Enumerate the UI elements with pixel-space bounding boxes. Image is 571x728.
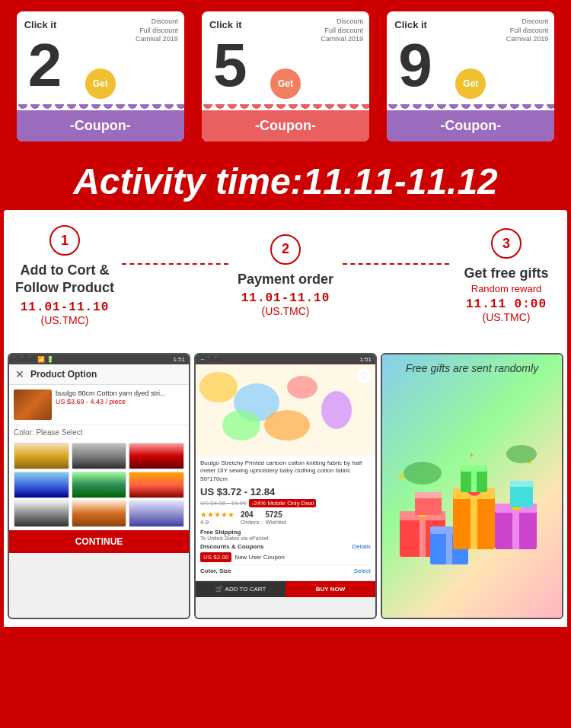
step-region-2: (US.TMC)	[262, 305, 310, 317]
step-circle-3: 3	[491, 228, 522, 259]
svg-point-4	[222, 410, 260, 440]
activity-time-text: Activity time:11.11-11.12	[8, 161, 563, 202]
phone2-buy-now-button[interactable]: BUY NOW	[286, 581, 375, 597]
step-region-1: (US.TMC)	[41, 314, 89, 326]
phone1-continue-button[interactable]: CONTINUE	[9, 530, 189, 553]
phone1-status-bar: ⬛⬛⬛ 📶 🔋 1:51	[9, 354, 189, 364]
phone-frame-2: ← ⬛⬛ 1:51 ♡ Buulgo Stretchy Printed cart…	[194, 353, 377, 619]
coupon-discount-info-1: Discount Full discount Carnival 2019	[136, 17, 178, 44]
step-connector-2-3	[343, 263, 449, 265]
steps-row: 1 Add to Cort & Follow Product 11.01-11.…	[11, 225, 560, 326]
phone3-title: Free gifts are sent randomly	[406, 362, 538, 374]
svg-rect-13	[446, 526, 452, 564]
coupon-bottom-1: -Coupon-	[17, 110, 184, 141]
phone2-orders-count: 204	[241, 510, 259, 519]
color-swatch-3[interactable]	[129, 443, 184, 469]
step-region-3: (US.TMC)	[483, 311, 531, 323]
coupon-discount-info-3: Discount Full discount Carnival 2019	[506, 17, 549, 44]
color-swatch-2[interactable]	[72, 443, 127, 469]
phone1-product-thumbnail	[14, 389, 52, 420]
svg-text:✦: ✦	[468, 451, 474, 459]
phone1-close-bar: ✕ Product Option	[9, 364, 189, 385]
svg-rect-28	[510, 481, 533, 487]
phone2-color-size-row: Color, Size Select	[200, 564, 371, 574]
phone2-add-to-cart-button[interactable]: 🛒 ADD TO CART	[196, 581, 286, 597]
color-swatch-4[interactable]	[14, 472, 69, 498]
coupon-card-1[interactable]: Click it Discount Full discount Carnival…	[17, 11, 184, 141]
step-circle-2: 2	[270, 234, 301, 265]
svg-rect-9	[419, 511, 426, 557]
color-swatch-6[interactable]	[129, 472, 184, 498]
color-swatch-1[interactable]	[14, 443, 69, 469]
phone2-stats: ★★★★★ 4.9 204 Orders 5725 Wishlist	[200, 510, 371, 526]
coupon-bottom-2: -Coupon-	[202, 110, 369, 141]
svg-rect-16	[471, 488, 477, 549]
phone2-price-main: US $3.72 - 12.84	[200, 486, 371, 498]
phones-section: ⬛⬛⬛ 📶 🔋 1:51 ✕ Product Option buulgo 80c…	[4, 349, 567, 627]
phone2-shipping: Free Shipping To United States via ePack…	[200, 529, 371, 541]
coupon-top-1: Click it Discount Full discount Carnival…	[17, 11, 184, 110]
steps-section: 1 Add to Cort & Follow Product 11.01-11.…	[4, 210, 567, 349]
coupon-click-label-3: Click it	[394, 19, 427, 30]
step-item-3: 3 Get free gifts Random reward 11.11 0:0…	[453, 228, 560, 323]
color-swatch-7[interactable]	[14, 501, 69, 527]
phone2-product-image: ♡	[196, 364, 375, 456]
phone2-product-title: Buulgo Stretchy Printed cartoon cotton k…	[200, 459, 371, 483]
phone2-coupon-row: US $2.00 New User Coupon	[200, 552, 371, 562]
svg-rect-23	[512, 504, 519, 549]
step-item-1: 1 Add to Cort & Follow Product 11.01-11.…	[11, 225, 118, 326]
phone2-price-old: US $4.96 - 16.00	[200, 500, 246, 507]
phone2-select-link[interactable]: Select	[354, 567, 371, 574]
step-date-3: 11.11 0:00	[466, 297, 547, 311]
step-title-1: Add to Cort & Follow Product	[11, 262, 118, 297]
phone1-color-grid	[9, 440, 189, 530]
svg-point-32	[404, 462, 442, 485]
phone1-product-option-title: Product Option	[30, 369, 97, 380]
phone-frame-1: ⬛⬛⬛ 📶 🔋 1:51 ✕ Product Option buulgo 80c…	[8, 353, 190, 619]
coupon-top-3: Click it Discount Full discount Carnival…	[387, 11, 554, 110]
phone1-product-row: buulgo 80cm Cotton yarn dyed stri... US …	[9, 385, 189, 425]
svg-point-33	[506, 445, 537, 463]
step-circle-1: 1	[49, 225, 80, 256]
color-swatch-9[interactable]	[129, 501, 184, 527]
coupon-get-btn-2[interactable]: Get	[270, 68, 301, 99]
phone2-product-content: Buulgo Stretchy Printed cartoon cotton k…	[196, 456, 375, 580]
svg-point-3	[287, 376, 317, 399]
activity-time-section: Activity time:11.11-11.12	[0, 149, 571, 210]
svg-point-1	[199, 372, 238, 402]
step-item-2: 2 Payment order 11.01-11.10 (US.TMC)	[232, 234, 339, 317]
phone2-wishlist-label: Wishlist	[265, 519, 286, 526]
phone2-status-bar: ← ⬛⬛ 1:51	[196, 354, 375, 364]
phone1-product-price: US $3.69 - 4.43 / piece	[56, 398, 166, 405]
svg-rect-20	[471, 466, 477, 492]
phone2-coupon-badge: US $2.00	[200, 552, 231, 562]
coupon-get-btn-1[interactable]: Get	[85, 68, 116, 99]
coupon-discount-info-2: Discount Full discount Carnival 2019	[321, 17, 363, 44]
phone2-discount-badge: -24% Mobile Only Deal	[249, 499, 316, 507]
close-icon[interactable]: ✕	[15, 368, 24, 380]
phone2-wishlist-count: 5725	[265, 510, 286, 519]
phone2-wishlist-icon[interactable]: ♡	[356, 368, 372, 383]
color-swatch-5[interactable]	[72, 472, 127, 498]
step-date-1: 11.01-11.10	[21, 300, 110, 314]
step-title-3: Get free gifts	[464, 265, 548, 282]
coupon-top-2: Click it Discount Full discount Carnival…	[202, 11, 369, 110]
coupon-bottom-3: -Coupon-	[387, 110, 554, 141]
coupon-get-btn-3[interactable]: Get	[455, 68, 486, 99]
coupon-card-2[interactable]: Click it Discount Full discount Carnival…	[202, 11, 369, 141]
phone2-details-link[interactable]: Details	[352, 543, 371, 550]
coupon-card-3[interactable]: Click it Discount Full discount Carnival…	[387, 11, 554, 141]
phone2-color-size-label: Color, Size	[200, 567, 231, 574]
phone2-action-bar: 🛒 ADD TO CART BUY NOW	[196, 580, 375, 597]
color-swatch-8[interactable]	[72, 501, 127, 527]
svg-point-5	[264, 410, 310, 440]
phone-frame-3: Free gifts are sent randomly	[381, 353, 563, 619]
phone2-coupon-text: New User Coupon	[234, 554, 284, 561]
coupon-click-label-1: Click it	[24, 19, 57, 30]
phone1-color-label: Color: Please Select	[9, 425, 189, 440]
step-connector-1-2	[122, 263, 228, 265]
cart-icon: 🛒	[215, 586, 223, 593]
phone1-product-name: buulgo 80cm Cotton yarn dyed stri...	[56, 389, 166, 399]
phone2-rating-value: 4.9	[200, 519, 234, 526]
step-date-2: 11.01-11.10	[241, 291, 330, 305]
